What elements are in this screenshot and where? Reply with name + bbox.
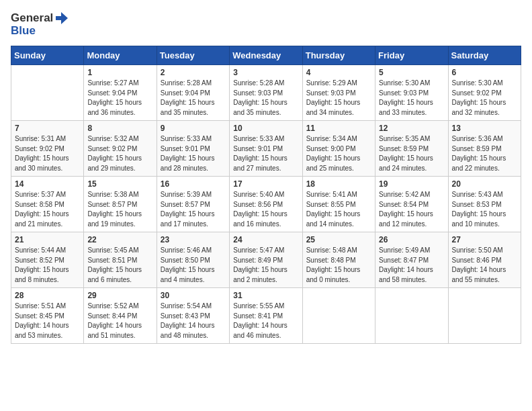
calendar-cell: 25Sunrise: 5:48 AMSunset: 8:48 PMDayligh… xyxy=(302,232,375,288)
day-number: 22 xyxy=(87,235,152,244)
calendar-cell: 12Sunrise: 5:35 AMSunset: 8:59 PMDayligh… xyxy=(375,121,448,177)
weekday-header-tuesday: Tuesday xyxy=(157,46,229,65)
day-info: Sunrise: 5:27 AMSunset: 9:04 PMDaylight:… xyxy=(87,79,152,118)
calendar-cell: 31Sunrise: 5:55 AMSunset: 8:41 PMDayligh… xyxy=(230,288,302,344)
logo-text: General Blue xyxy=(11,11,69,38)
day-number: 5 xyxy=(379,68,444,77)
calendar-cell: 19Sunrise: 5:42 AMSunset: 8:54 PMDayligh… xyxy=(375,177,448,232)
day-number: 30 xyxy=(161,291,226,300)
day-info: Sunrise: 5:29 AMSunset: 9:03 PMDaylight:… xyxy=(306,79,371,118)
calendar-cell xyxy=(375,288,448,344)
calendar-cell: 14Sunrise: 5:37 AMSunset: 8:58 PMDayligh… xyxy=(11,177,84,232)
calendar-cell xyxy=(11,65,84,121)
calendar-cell: 4Sunrise: 5:29 AMSunset: 9:03 PMDaylight… xyxy=(302,65,375,121)
day-info: Sunrise: 5:30 AMSunset: 9:02 PMDaylight:… xyxy=(452,79,517,118)
day-number: 12 xyxy=(379,124,444,133)
day-number: 28 xyxy=(15,291,80,300)
weekday-header-saturday: Saturday xyxy=(448,46,521,65)
day-number: 7 xyxy=(15,124,80,133)
day-info: Sunrise: 5:46 AMSunset: 8:50 PMDaylight:… xyxy=(161,246,226,285)
week-row-3: 14Sunrise: 5:37 AMSunset: 8:58 PMDayligh… xyxy=(11,177,521,232)
calendar-cell: 28Sunrise: 5:51 AMSunset: 8:45 PMDayligh… xyxy=(11,288,84,344)
day-number: 18 xyxy=(306,179,371,189)
calendar-cell: 9Sunrise: 5:33 AMSunset: 9:01 PMDaylight… xyxy=(157,121,229,177)
calendar-cell: 7Sunrise: 5:31 AMSunset: 9:02 PMDaylight… xyxy=(11,121,84,177)
calendar-cell: 16Sunrise: 5:39 AMSunset: 8:57 PMDayligh… xyxy=(157,177,229,232)
week-row-1: 1Sunrise: 5:27 AMSunset: 9:04 PMDaylight… xyxy=(11,65,521,121)
calendar-cell: 20Sunrise: 5:43 AMSunset: 8:53 PMDayligh… xyxy=(448,177,521,232)
day-info: Sunrise: 5:50 AMSunset: 8:46 PMDaylight:… xyxy=(452,246,517,285)
day-number: 9 xyxy=(161,124,226,133)
day-info: Sunrise: 5:37 AMSunset: 8:58 PMDaylight:… xyxy=(15,190,80,229)
week-row-2: 7Sunrise: 5:31 AMSunset: 9:02 PMDaylight… xyxy=(11,121,521,177)
week-row-4: 21Sunrise: 5:44 AMSunset: 8:52 PMDayligh… xyxy=(11,232,521,288)
day-number: 27 xyxy=(452,235,517,244)
calendar-cell: 11Sunrise: 5:34 AMSunset: 9:00 PMDayligh… xyxy=(302,121,375,177)
weekday-header-thursday: Thursday xyxy=(302,46,375,65)
day-number: 6 xyxy=(452,68,517,77)
day-number: 13 xyxy=(452,124,517,133)
weekday-header-row: SundayMondayTuesdayWednesdayThursdayFrid… xyxy=(11,46,521,65)
day-number: 8 xyxy=(87,124,152,133)
day-info: Sunrise: 5:31 AMSunset: 9:02 PMDaylight:… xyxy=(15,134,80,173)
calendar-cell: 15Sunrise: 5:38 AMSunset: 8:57 PMDayligh… xyxy=(84,177,157,232)
page-header: General Blue xyxy=(11,11,521,38)
weekday-header-wednesday: Wednesday xyxy=(230,46,302,65)
calendar-cell xyxy=(302,288,375,344)
weekday-header-friday: Friday xyxy=(375,46,448,65)
day-number: 15 xyxy=(87,179,152,189)
day-number: 16 xyxy=(161,179,226,189)
day-number: 21 xyxy=(15,235,80,244)
calendar-cell: 6Sunrise: 5:30 AMSunset: 9:02 PMDaylight… xyxy=(448,65,521,121)
calendar-cell: 13Sunrise: 5:36 AMSunset: 8:59 PMDayligh… xyxy=(448,121,521,177)
day-info: Sunrise: 5:55 AMSunset: 8:41 PMDaylight:… xyxy=(233,302,298,340)
day-info: Sunrise: 5:39 AMSunset: 8:57 PMDaylight:… xyxy=(161,190,226,229)
day-info: Sunrise: 5:33 AMSunset: 9:01 PMDaylight:… xyxy=(233,134,298,173)
day-info: Sunrise: 5:42 AMSunset: 8:54 PMDaylight:… xyxy=(379,190,444,229)
day-number: 14 xyxy=(15,179,80,189)
calendar-cell: 29Sunrise: 5:52 AMSunset: 8:44 PMDayligh… xyxy=(84,288,157,344)
day-info: Sunrise: 5:28 AMSunset: 9:04 PMDaylight:… xyxy=(161,79,226,118)
weekday-header-sunday: Sunday xyxy=(11,46,84,65)
day-info: Sunrise: 5:30 AMSunset: 9:03 PMDaylight:… xyxy=(379,79,444,118)
calendar-cell: 22Sunrise: 5:45 AMSunset: 8:51 PMDayligh… xyxy=(84,232,157,288)
day-number: 3 xyxy=(233,68,298,77)
calendar-cell: 23Sunrise: 5:46 AMSunset: 8:50 PMDayligh… xyxy=(157,232,229,288)
calendar-table: SundayMondayTuesdayWednesdayThursdayFrid… xyxy=(11,46,521,344)
calendar-cell: 2Sunrise: 5:28 AMSunset: 9:04 PMDaylight… xyxy=(157,65,229,121)
calendar-cell: 8Sunrise: 5:32 AMSunset: 9:02 PMDaylight… xyxy=(84,121,157,177)
day-number: 11 xyxy=(306,124,371,133)
day-info: Sunrise: 5:32 AMSunset: 9:02 PMDaylight:… xyxy=(87,134,152,173)
day-info: Sunrise: 5:41 AMSunset: 8:55 PMDaylight:… xyxy=(306,190,371,229)
day-info: Sunrise: 5:48 AMSunset: 8:48 PMDaylight:… xyxy=(306,246,371,285)
calendar-cell: 17Sunrise: 5:40 AMSunset: 8:56 PMDayligh… xyxy=(230,177,302,232)
day-number: 31 xyxy=(233,291,298,300)
day-number: 24 xyxy=(233,235,298,244)
calendar-cell: 1Sunrise: 5:27 AMSunset: 9:04 PMDaylight… xyxy=(84,65,157,121)
day-info: Sunrise: 5:35 AMSunset: 8:59 PMDaylight:… xyxy=(379,134,444,173)
day-info: Sunrise: 5:33 AMSunset: 9:01 PMDaylight:… xyxy=(161,134,226,173)
calendar-cell: 27Sunrise: 5:50 AMSunset: 8:46 PMDayligh… xyxy=(448,232,521,288)
day-number: 26 xyxy=(379,235,444,244)
calendar-cell: 3Sunrise: 5:28 AMSunset: 9:03 PMDaylight… xyxy=(230,65,302,121)
day-number: 4 xyxy=(306,68,371,77)
week-row-5: 28Sunrise: 5:51 AMSunset: 8:45 PMDayligh… xyxy=(11,288,521,344)
day-number: 19 xyxy=(379,179,444,189)
day-info: Sunrise: 5:52 AMSunset: 8:44 PMDaylight:… xyxy=(87,302,152,340)
calendar-cell: 5Sunrise: 5:30 AMSunset: 9:03 PMDaylight… xyxy=(375,65,448,121)
day-info: Sunrise: 5:43 AMSunset: 8:53 PMDaylight:… xyxy=(452,190,517,229)
day-number: 29 xyxy=(87,291,152,300)
day-info: Sunrise: 5:34 AMSunset: 9:00 PMDaylight:… xyxy=(306,134,371,173)
calendar-cell: 21Sunrise: 5:44 AMSunset: 8:52 PMDayligh… xyxy=(11,232,84,288)
day-number: 17 xyxy=(233,179,298,189)
calendar-cell: 30Sunrise: 5:54 AMSunset: 8:43 PMDayligh… xyxy=(157,288,229,344)
logo: General Blue xyxy=(11,11,69,38)
calendar-cell: 26Sunrise: 5:49 AMSunset: 8:47 PMDayligh… xyxy=(375,232,448,288)
calendar-cell: 18Sunrise: 5:41 AMSunset: 8:55 PMDayligh… xyxy=(302,177,375,232)
weekday-header-monday: Monday xyxy=(84,46,157,65)
day-number: 10 xyxy=(233,124,298,133)
day-info: Sunrise: 5:54 AMSunset: 8:43 PMDaylight:… xyxy=(161,302,226,340)
calendar-cell: 10Sunrise: 5:33 AMSunset: 9:01 PMDayligh… xyxy=(230,121,302,177)
day-info: Sunrise: 5:51 AMSunset: 8:45 PMDaylight:… xyxy=(15,302,80,340)
day-number: 23 xyxy=(161,235,226,244)
